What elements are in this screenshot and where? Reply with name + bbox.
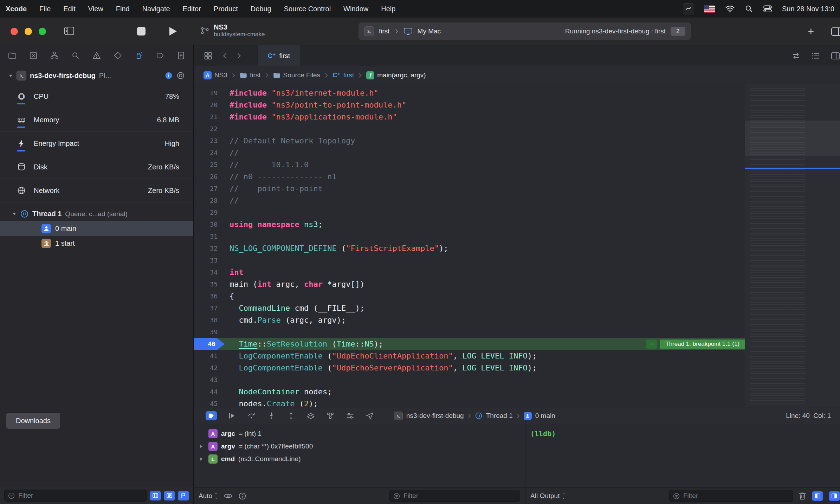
variable-row-cmd[interactable]: L cmd (ns3::CommandLine) [194,453,525,465]
line-number[interactable]: 36 [194,290,225,302]
quicklook-button[interactable] [224,492,233,500]
line-number[interactable]: 33 [194,254,225,266]
go-forward-button[interactable] [237,52,241,59]
code-text[interactable]: // point-to-point [230,184,323,193]
code-text[interactable]: // [230,196,239,205]
step-over-button[interactable] [247,411,256,420]
run-button[interactable] [168,26,178,37]
code-text[interactable]: // [230,148,239,157]
code-text[interactable]: #include "ns3/internet-module.h" [230,89,379,97]
code-text[interactable]: LogComponentEnable ("UdpEchoClientApplic… [230,351,537,360]
code-text[interactable]: Time::SetResolution (Time::NS); [230,340,383,348]
line-number[interactable]: 39 [194,326,225,338]
code-text[interactable]: { [230,292,234,301]
process-row[interactable]: ns3-dev-first-debug Pl... [0,66,193,83]
menu-source-control[interactable]: Source Control [284,5,331,13]
line-number[interactable]: 32 [194,243,225,254]
menu-editor[interactable]: Editor [183,5,201,13]
code-line-31[interactable]: 31 [194,231,745,243]
menu-view[interactable]: View [88,5,103,13]
line-number[interactable]: 24 [194,147,225,159]
source-control-navigator-button[interactable] [29,51,38,60]
disclosure-right-icon[interactable] [198,457,205,461]
gauge-cpu[interactable]: CPU 78% [0,85,193,108]
variables-filter-input[interactable] [403,492,516,500]
disclosure-down-icon[interactable] [12,212,17,216]
debug-crumb-frame[interactable]: 0 main [535,412,555,420]
console-view-toggle-button[interactable] [829,491,840,501]
line-number[interactable]: 34 [194,266,225,278]
toggle-breakpoints-button[interactable] [206,411,217,420]
console-output-popup[interactable]: All Output ⌃⌄ [530,492,566,500]
tab-first[interactable]: C⁺ first [258,45,300,66]
gauge-disk[interactable]: Disk Zero KB/s [0,155,193,179]
wifi-menu-button[interactable] [725,5,735,13]
menu-file[interactable]: File [39,5,51,13]
library-add-button[interactable]: + [808,25,814,37]
code-line-30[interactable]: 30using namespace ns3; [194,219,745,231]
code-line-28[interactable]: 28// [194,195,745,207]
code-text[interactable]: LogComponentEnable ("UdpEchoServerApplic… [230,363,537,372]
code-line-41[interactable]: 41 LogComponentEnable ("UdpEchoClientApp… [194,350,745,362]
disclosure-right-icon[interactable] [198,444,205,448]
stack-frame-start[interactable]: 1 start [0,236,193,251]
menu-navigate[interactable]: Navigate [142,5,170,13]
activity-status-text[interactable]: Running ns3-dev-first-debug : first [565,27,666,35]
issue-count-badge[interactable]: 2 [671,27,685,36]
test-navigator-button[interactable] [113,51,122,60]
memory-gauge-button[interactable] [176,71,185,80]
input-source-flag-icon[interactable] [704,5,715,13]
code-line-27[interactable]: 27// point-to-point [194,183,745,195]
continue-button[interactable] [227,411,237,420]
simulate-location-button[interactable] [365,411,374,420]
code-text[interactable]: main (int argc, char *argv[]) [230,280,364,289]
line-number[interactable]: 19 [194,87,225,99]
source-editor[interactable]: 19#include "ns3/internet-module.h"20#inc… [194,84,840,407]
close-window-button[interactable] [11,28,18,35]
breakpoint-annotation[interactable]: ≡Thread 1: breakpoint 1.1 (1) [646,340,745,349]
debug-crumb-process[interactable]: ns3-dev-first-debug [406,412,464,420]
jumpbar-symbol-main[interactable]: ƒ main(argc, argv) [366,71,426,79]
issue-navigator-button[interactable] [92,51,101,60]
queue-view-toggle-button[interactable] [164,491,175,500]
line-number[interactable]: 22 [194,123,225,135]
run-destination[interactable]: My Mac [418,27,441,35]
minimize-window-button[interactable] [25,28,32,35]
menu-find[interactable]: Find [116,5,130,13]
code-text[interactable]: int [230,268,244,277]
line-number[interactable]: 20 [194,99,225,111]
project-status-group[interactable]: NS3 buildsystem-cmake [200,23,265,38]
code-line-20[interactable]: 20#include "ns3/point-to-point-module.h" [194,99,745,111]
navigator-filter-input[interactable] [18,491,143,500]
console-filter-field[interactable] [669,490,793,502]
code-line-19[interactable]: 19#include "ns3/internet-module.h" [194,87,745,99]
editor-layout-button[interactable] [203,51,213,60]
menu-help[interactable]: Help [381,5,395,13]
code-text[interactable]: CommandLine cmd (__FILE__); [230,304,364,312]
line-number[interactable]: 37 [194,302,225,314]
variables-scope-popup[interactable]: Auto ⌃⌄ [199,492,218,500]
code-line-37[interactable]: 37 CommandLine cmd (__FILE__); [194,302,745,314]
code-line-26[interactable]: 26// n0 -------------- n1 [194,171,745,183]
line-number[interactable]: 44 [194,386,225,398]
variable-row-argv[interactable]: A argv = (char **) 0x7ffeefbff500 [194,440,525,453]
line-number[interactable]: 30 [194,219,225,231]
variables-view-toggle-button[interactable] [812,491,823,501]
menu-xcode[interactable]: Xcode [6,5,27,13]
code-line-25[interactable]: 25// 10.1.1.0 [194,159,745,171]
code-line-34[interactable]: 34int [194,266,745,278]
active-scheme[interactable]: first [379,27,390,35]
stack-frame-main[interactable]: 0 main [0,221,193,236]
code-line-21[interactable]: 21#include "ns3/applications-module.h" [194,111,745,123]
code-line-33[interactable]: 33 [194,254,745,266]
project-navigator-button[interactable] [8,51,17,60]
code-text[interactable]: nodes.Create (2); [230,399,318,407]
code-line-23[interactable]: 23// Default Network Topology [194,135,745,147]
adjust-editor-options-button[interactable] [811,51,820,60]
code-text[interactable]: cmd.Parse (argc, argv); [230,316,346,324]
code-line-29[interactable]: 29 [194,207,745,219]
code-line-32[interactable]: 32NS_LOG_COMPONENT_DEFINE ("FirstScriptE… [194,243,745,254]
stop-run-button[interactable] [137,27,146,35]
code-text[interactable]: using namespace ns3; [230,220,323,229]
breakpoint-menu-icon[interactable]: ≡ [646,340,657,349]
